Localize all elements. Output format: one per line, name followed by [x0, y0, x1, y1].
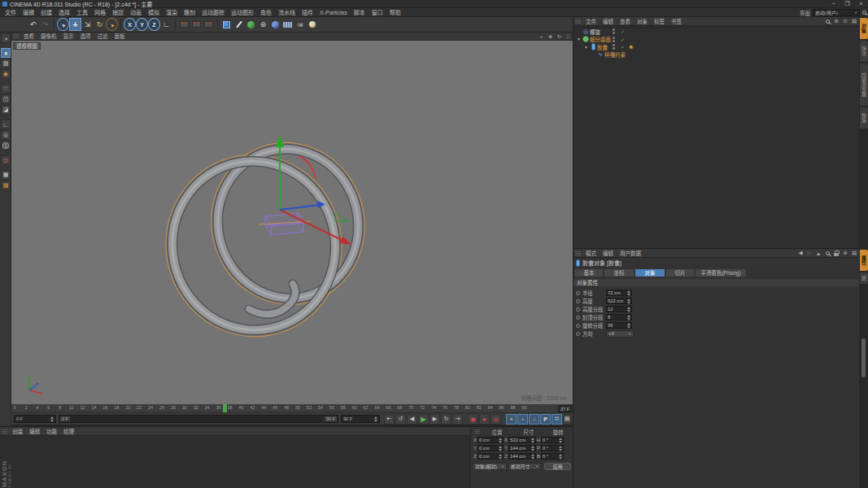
play-forward-button[interactable]: ▶ — [418, 414, 429, 425]
spinner-icon[interactable] — [373, 416, 377, 422]
spinner-icon[interactable] — [626, 307, 630, 312]
size-mode-dropdown[interactable]: 绝对尺寸 ▼ — [508, 463, 541, 470]
enabled-check[interactable]: ✓ — [621, 43, 625, 51]
side-tab-0[interactable]: 对象 — [860, 18, 868, 39]
spinner-icon[interactable] — [50, 416, 54, 422]
coordinate-mode-dropdown[interactable]: 对象(相对) ▼ — [473, 463, 507, 470]
spinner-icon[interactable] — [498, 454, 502, 460]
field-button[interactable] — [269, 18, 281, 31]
redo-button[interactable]: ↷ — [39, 18, 51, 31]
search-button[interactable] — [824, 251, 831, 255]
frame-range-slider[interactable]: 0 F 90 F — [59, 415, 338, 423]
main-menu-item-12[interactable]: 运动图形 — [228, 8, 257, 17]
material-manager-menu-item-2[interactable]: 功能 — [43, 427, 60, 436]
last-tool-button[interactable]: ▲ — [106, 18, 118, 31]
enabled-check[interactable]: ✓ — [621, 36, 625, 44]
range-end-handle[interactable]: 90 F — [324, 416, 338, 422]
light-button[interactable] — [306, 18, 318, 31]
main-menu-item-17[interactable]: 脚本 — [351, 8, 369, 17]
gear-button[interactable]: ⊛ — [833, 18, 840, 24]
record-objects-button[interactable]: ◉ — [468, 414, 478, 425]
object-row-subdivision-surface[interactable]: ▼细分曲面✓ — [574, 36, 860, 44]
lock-workplane-button[interactable]: ▦ — [1, 170, 11, 180]
maximize-button[interactable]: ❐ — [840, 0, 854, 8]
search-button[interactable] — [824, 20, 831, 24]
gear-button[interactable]: ⊛ — [842, 250, 848, 256]
magnet-button[interactable]: Ω — [1, 155, 11, 165]
visibility-dots[interactable] — [613, 43, 615, 51]
coord-system-button[interactable]: ∟ — [160, 18, 172, 31]
render-region-button[interactable] — [190, 18, 203, 31]
timeline-options-button[interactable]: ▤ — [563, 414, 571, 425]
animation-dot-icon[interactable] — [576, 324, 580, 328]
spinner-icon[interactable] — [626, 315, 630, 320]
key-parameter-button[interactable]: P — [540, 414, 551, 425]
rot-field[interactable]: 0 ° — [541, 445, 564, 452]
expand-icon[interactable]: ▼ — [576, 37, 582, 41]
play-backward-button[interactable]: ↺ — [395, 414, 406, 425]
panel-menu-button[interactable]: ▤ — [851, 250, 857, 256]
animation-dot-icon[interactable] — [576, 307, 580, 312]
key-pla-button[interactable]: ∷ — [552, 414, 562, 425]
main-menu-item-5[interactable]: 网格 — [91, 8, 109, 17]
up-button[interactable]: ▲ — [815, 251, 822, 256]
main-menu-item-6[interactable]: 捕捉 — [109, 8, 127, 17]
live-selection-button[interactable]: ▲ — [57, 18, 69, 31]
rot-field[interactable]: 0 ° — [541, 453, 564, 460]
main-menu-item-4[interactable]: 工具 — [73, 8, 91, 17]
object-row-capsule[interactable]: ▼胶囊✓ — [574, 43, 860, 51]
deformer-button[interactable]: ⊛ — [257, 18, 269, 31]
orientation-dropdown[interactable]: +X▼ — [606, 330, 634, 338]
object-manager-menu-item-2[interactable]: 查看 — [617, 17, 634, 26]
subdivision-surface-button[interactable] — [245, 18, 257, 31]
visibility-dots[interactable] — [613, 36, 615, 44]
current-frame-box[interactable]: 37 F — [558, 405, 572, 412]
next-frame-button[interactable]: ▶ — [430, 414, 440, 425]
floor-button[interactable] — [281, 18, 294, 31]
panel-grip-icon[interactable] — [474, 429, 480, 434]
main-menu-item-13[interactable]: 角色 — [257, 8, 275, 17]
height-segments-field[interactable]: 12 — [606, 306, 632, 313]
start-frame-field[interactable]: 0 F — [14, 415, 56, 423]
visibility-dots[interactable] — [613, 51, 615, 59]
main-menu-item-11[interactable]: 运动跟踪 — [198, 8, 228, 17]
main-menu-item-7[interactable]: 动画 — [127, 8, 145, 17]
end-frame-field[interactable]: 90 F — [341, 415, 380, 423]
viewport-menu-item-4[interactable]: 过滤 — [94, 33, 111, 41]
undo-button[interactable]: ↶ — [27, 18, 39, 31]
render-settings-button[interactable] — [203, 18, 215, 31]
viewport-solo-button[interactable]: ◎ — [1, 130, 11, 140]
object-manager-menu-item-4[interactable]: 标签 — [651, 17, 668, 26]
viewport-canvas[interactable]: 透视视图 — [11, 41, 573, 404]
rot-field[interactable]: 0 ° — [541, 437, 564, 444]
texture-mode-button[interactable]: ▨ — [1, 59, 11, 68]
scale-button[interactable]: ⇲ — [81, 18, 94, 31]
object-name[interactable]: 胶囊 — [597, 43, 608, 51]
loop-button[interactable]: ↻ — [441, 414, 451, 425]
scrollbar-thumb[interactable] — [861, 338, 866, 377]
zoom-button[interactable]: ⊕ — [546, 33, 555, 40]
back-button[interactable]: ◀ — [797, 250, 804, 256]
attribute-tab-4[interactable]: 平滑着色(Phong) — [696, 269, 746, 277]
forward-button[interactable]: ▷ — [806, 250, 813, 256]
attribute-tab-2[interactable]: 对象 — [635, 269, 665, 277]
attribute-side-tab-1[interactable]: 层 — [860, 272, 868, 284]
main-menu-item-15[interactable]: 插件 — [299, 8, 316, 17]
toggle-view-button[interactable]: □ — [564, 33, 573, 40]
snap-button[interactable]: S — [1, 141, 11, 150]
animation-dot-icon[interactable] — [576, 316, 580, 320]
record-selection-button[interactable]: ◎ — [491, 414, 501, 425]
main-menu-item-18[interactable]: 窗口 — [369, 8, 386, 17]
visibility-dots[interactable] — [613, 28, 615, 36]
search-icon[interactable] — [862, 11, 866, 15]
move-button[interactable]: + — [69, 18, 81, 31]
orbit-button[interactable]: ↻ — [555, 33, 564, 40]
main-menu-item-14[interactable]: 流水线 — [275, 8, 299, 17]
viewport-menu-item-5[interactable]: 面板 — [111, 33, 129, 41]
attribute-tab-1[interactable]: 坐标 — [604, 269, 634, 277]
attribute-tab-0[interactable]: 基本 — [575, 269, 603, 277]
spinner-icon[interactable] — [498, 438, 502, 443]
panel-grip-icon[interactable] — [575, 251, 581, 256]
key-rotation-button[interactable]: ○ — [529, 414, 539, 425]
attribute-manager-menu-item-2[interactable]: 用户数据 — [617, 249, 644, 258]
